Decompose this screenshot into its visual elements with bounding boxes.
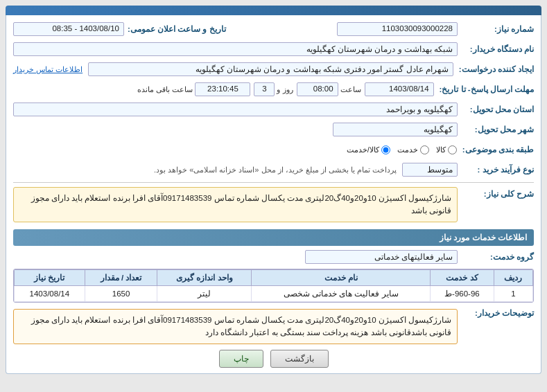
page-title <box>6 6 541 15</box>
ijad-konande-label: ایجاد کننده درخواست: <box>453 64 534 74</box>
back-button[interactable]: بازگشت <box>270 350 329 368</box>
shomara-niaz-value: 1103030093000228 <box>337 22 458 36</box>
mohlat-ersal-label: مهلت ارسال پاسخ- تا تاریخ: <box>434 84 534 94</box>
mohlat-saat-label: ساعت <box>340 85 361 94</box>
radio-kala-khadamat-label: کالا/خدمت <box>347 145 379 154</box>
services-table: ردیف کد خدمت نام خدمت واحد اندازه گیری ت… <box>13 269 534 303</box>
button-group: بازگشت چاپ <box>13 350 534 368</box>
ijad-konande-link[interactable]: اطلاعات تماس خریدار <box>13 65 83 74</box>
nooe-farayand-note: پرداخت تمام یا بخشی از مبلغ خرید، از محل… <box>154 166 397 175</box>
tarikh-label: تاریخ و ساعت اعلان عمومی: <box>124 24 226 34</box>
ostan-value: کهگیلویه و بویراحمد <box>13 103 458 116</box>
ostan-label: استان محل تحویل: <box>458 105 534 114</box>
mohlat-rooz-label: روز و <box>277 85 293 94</box>
col-date: تاریخ نیاز <box>15 269 85 285</box>
radio-kala-khadamat[interactable]: کالا/خدمت <box>347 145 390 154</box>
table-cell: 1403/08/14 <box>15 285 85 301</box>
table-cell: 960-96-ط <box>431 285 494 301</box>
tabaqe-radio-group: کالا خدمت کالا/خدمت <box>347 145 457 154</box>
shahr-label: شهر محل تحویل: <box>458 125 534 134</box>
tozi-kharidar-label: توضیحات خریدار: <box>458 306 534 318</box>
table-cell: 1 <box>494 285 532 301</box>
radio-kala-input[interactable] <box>448 145 457 154</box>
mohlat-rooz: 3 <box>254 82 275 96</box>
table-cell: سایر فعالیت های خدماتی شخصی <box>252 285 431 301</box>
mohlat-date: 1403/08/14 <box>365 82 434 96</box>
divider-1 <box>13 182 534 183</box>
col-unit: واحد اندازه گیری <box>157 269 252 285</box>
radio-khadamat-input[interactable] <box>420 145 429 154</box>
gorooh-khedmat-value: سایر فعالیتهای خدماتی <box>305 250 458 264</box>
table-cell: لیتر <box>157 285 252 301</box>
col-radif: ردیف <box>494 269 532 285</box>
col-kod: کد خدمت <box>431 269 494 285</box>
col-qty: تعداد / مقدار <box>85 269 157 285</box>
table-cell: 1650 <box>85 285 157 301</box>
nooe-farayand-value: متوسط <box>402 163 458 177</box>
tabaqe-label: طبقه بندی موضوعی: <box>457 145 534 154</box>
col-name: نام خدمت <box>252 269 431 285</box>
radio-kala-label: کالا <box>436 145 446 154</box>
tozi-kharidar-value: شارژکیسول اکسیژن 10و20و40گ20لیتری مدت یک… <box>13 309 458 344</box>
radio-khadamat-label: خدمت <box>397 145 418 154</box>
ettelaat-header: اطلاعات خدمات مورد نیاز <box>13 229 534 246</box>
nam-dastgah-label: نام دستگاه خریدار: <box>458 44 534 54</box>
mohlat-remaining-label: ساعت باقی مانده <box>137 85 193 94</box>
table-row: 1960-96-طسایر فعالیت های خدماتی شخصیلیتر… <box>15 285 533 301</box>
mohlat-remaining: 23:10:45 <box>195 82 250 96</box>
shahr-value: کهگیلویه <box>333 123 458 136</box>
nooe-farayand-label: نوع فرآیند خرید : <box>458 165 534 175</box>
print-button[interactable]: چاپ <box>219 350 263 368</box>
radio-khadamat[interactable]: خدمت <box>397 145 429 154</box>
ijad-konande-value: شهرام عادل گستر امور دفتری شبکه بهداشت و… <box>88 62 453 76</box>
sharh-koli-label: شرح کلی نیاز: <box>458 187 534 199</box>
nam-dastgah-value: شبکه بهداشت و درمان شهرستان کهگیلویه <box>13 42 458 56</box>
tarikh-value: 1403/08/10 - 08:35 <box>13 22 124 36</box>
radio-kala[interactable]: کالا <box>436 145 457 154</box>
sharh-koli-value: شارژکیسول اکسیژن 10و20و40گ20لیتری مدت یک… <box>13 187 458 222</box>
radio-kala-khadamat-input[interactable] <box>381 145 390 154</box>
gorooh-khedmat-label: گروه خدمت: <box>458 252 534 262</box>
mohlat-saat: 08:00 <box>297 82 338 96</box>
shomara-niaz-label: شماره نیاز: <box>458 24 534 34</box>
